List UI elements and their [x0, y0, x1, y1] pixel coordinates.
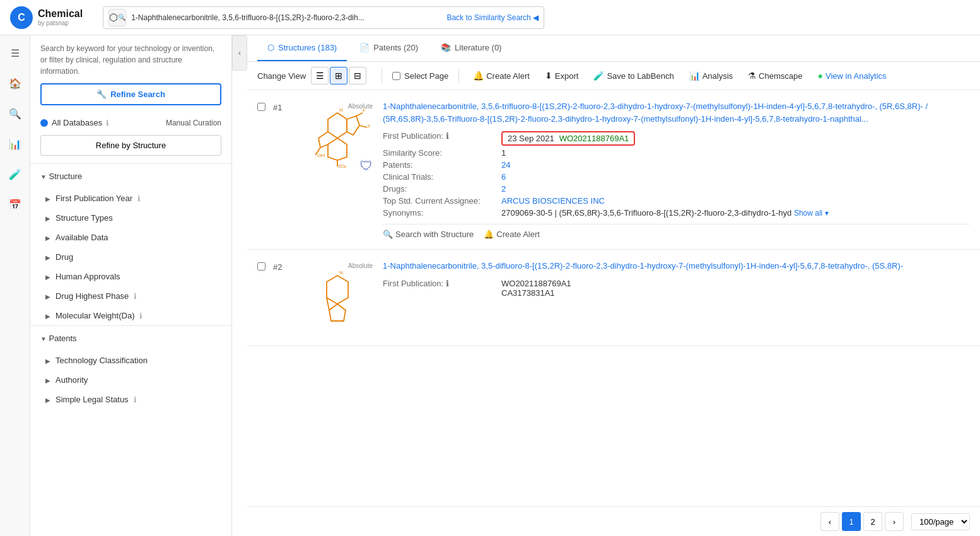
collapse-panel-button[interactable]: ‹ — [232, 35, 247, 71]
filter-authority[interactable]: Authority — [30, 370, 231, 390]
assignee-value-1[interactable]: ARCUS BIOSCIENCES INC — [501, 196, 970, 206]
per-page-select[interactable]: 100/page — [911, 513, 970, 530]
view-buttons: ☰ ⊞ ⊟ — [311, 67, 366, 84]
similarity-label-1: Similarity Score: — [383, 148, 496, 158]
molecule-icon: ⬡🔍 — [108, 9, 126, 26]
patents-value-1[interactable]: 24 — [501, 160, 970, 170]
search-with-structure-button-1[interactable]: 🔍 Search with Structure — [383, 230, 474, 239]
svg-line-4 — [318, 138, 320, 148]
pub-id-2a[interactable]: WO2021188769A1 — [501, 279, 571, 288]
brand-sub: by patsnap — [38, 20, 83, 27]
prev-page-button[interactable]: ‹ — [820, 512, 839, 531]
create-alert-button[interactable]: 🔔 Create Alert — [469, 68, 534, 83]
page-1-button[interactable]: 1 — [842, 512, 861, 531]
drug-highest-phase-info-icon[interactable]: ℹ — [134, 292, 137, 301]
export-button[interactable]: ⬇ Export — [541, 68, 583, 83]
filter-structure-types[interactable]: Structure Types — [30, 208, 231, 228]
refine-by-structure-button[interactable]: Refine by Structure — [40, 135, 221, 156]
select-page-checkbox[interactable]: Select Page — [392, 71, 448, 81]
filter-header: Search by keyword for your technology or… — [30, 35, 231, 113]
svg-text:OH: OH — [317, 153, 325, 158]
tab-literature[interactable]: 📚 Literature (0) — [431, 35, 511, 61]
table-row: #2 Absolute N 1-Naph — [247, 250, 980, 346]
patents-section-header[interactable]: Patents — [30, 326, 231, 351]
view-grid-button[interactable]: ⊞ — [330, 67, 347, 84]
filter-technology-classification[interactable]: Technology Classification — [30, 351, 231, 370]
svg-line-6 — [359, 125, 367, 127]
database-row: All Databases ℹ Manual Curation — [30, 113, 231, 132]
pub-date-1: 23 Sep 2021 — [508, 134, 554, 143]
result-1-title[interactable]: 1-Naphthalenecarbonitrile, 3,5,6-trifluo… — [383, 100, 970, 125]
show-all-synonyms-link[interactable]: Show all ▾ — [794, 209, 829, 218]
assignee-label-1: Top Std. Current Assignee: — [383, 196, 496, 206]
results-list: #1 Absolute — [247, 90, 980, 506]
select-page-input[interactable] — [392, 72, 400, 80]
svg-line-8 — [320, 144, 328, 148]
absolute-badge-2: Absolute — [348, 262, 373, 269]
first-pub-info-icon-2[interactable]: ℹ — [446, 279, 449, 288]
filter-first-pub-year[interactable]: First Publication Year ℹ — [30, 189, 231, 208]
chemscape-button[interactable]: ⚗ Chemscape — [744, 68, 806, 83]
nav-icon-flask[interactable]: 🧪 — [5, 164, 25, 184]
create-alert-button-1[interactable]: 🔔 Create Alert — [484, 230, 540, 239]
absolute-badge-1: Absolute — [348, 103, 373, 110]
nav-icon-chart[interactable]: 📊 — [5, 134, 25, 154]
pub-id-1[interactable]: WO2021188769A1 — [559, 134, 629, 143]
refine-search-button[interactable]: 🔧 Refine Search — [40, 83, 221, 105]
svg-marker-1 — [347, 116, 359, 135]
db-left: All Databases ℹ — [40, 118, 109, 127]
tab-patents[interactable]: 📄 Patents (20) — [349, 35, 428, 61]
first-pub-value-2: WO2021188769A1 CA3173831A1 — [501, 279, 970, 298]
search-query-text: 1-Naphthalenecarbonitrile, 3,5,6-trifluo… — [131, 13, 441, 22]
synonyms-label-1: Synonyms: — [383, 208, 496, 218]
drugs-value-1[interactable]: 2 — [501, 184, 970, 194]
tab-structures[interactable]: ⬡ Structures (183) — [257, 35, 347, 61]
db-name: All Databases — [52, 118, 102, 127]
nav-icon-search[interactable]: 🔍 — [5, 103, 25, 124]
result-1-number: #1 — [273, 103, 292, 112]
drugs-label-1: Drugs: — [383, 184, 496, 194]
result-1-actions: 🔍 Search with Structure 🔔 Create Alert — [383, 224, 970, 239]
filter-drug[interactable]: Drug — [30, 247, 231, 267]
view-tile-button[interactable]: ⊟ — [349, 67, 366, 84]
molecular-weight-info-icon[interactable]: ℹ — [139, 312, 143, 320]
content-area: ⬡ Structures (183) 📄 Patents (20) 📚 Lite… — [247, 35, 980, 536]
filter-available-data[interactable]: Available Data — [30, 228, 231, 247]
save-to-labbench-button[interactable]: 🧪 Save to LabBench — [590, 68, 677, 83]
first-pub-year-info-icon[interactable]: ℹ — [137, 194, 141, 203]
publication-box-1: 23 Sep 2021 WO2021188769A1 — [501, 131, 635, 146]
view-in-analytics-button[interactable]: ● View in Analytics — [814, 68, 890, 83]
result-2-title[interactable]: 1-Naphthalenecarbonitrile, 3,5-difluoro-… — [383, 260, 970, 272]
pub-id-2b[interactable]: CA3173831A1 — [501, 288, 555, 298]
simple-legal-status-info-icon[interactable]: ℹ — [134, 395, 137, 404]
first-pub-label-1: First Publication: ℹ — [383, 131, 496, 146]
filter-molecular-weight[interactable]: Molecular Weight(Da) ℹ — [30, 306, 231, 325]
result-1-checkbox[interactable] — [257, 103, 265, 111]
page-2-button[interactable]: 2 — [863, 512, 882, 531]
sub-chevron-icon — [45, 356, 50, 365]
tabs-row: ⬡ Structures (183) 📄 Patents (20) 📚 Lite… — [247, 35, 980, 62]
nav-icon-calendar[interactable]: 📅 — [5, 194, 25, 214]
structure-section: Structure First Publication Year ℹ Struc… — [30, 163, 231, 325]
view-list-button[interactable]: ☰ — [311, 67, 329, 84]
next-page-button[interactable]: › — [885, 512, 904, 531]
shield-icon-1: 🛡 — [360, 159, 373, 173]
sub-chevron-icon — [45, 194, 50, 203]
first-pub-info-icon-1[interactable]: ℹ — [446, 131, 449, 141]
analysis-button[interactable]: 📊 Analysis — [685, 68, 737, 83]
result-2-checkbox[interactable] — [257, 262, 265, 271]
clinical-trials-value-1[interactable]: 6 — [501, 172, 970, 182]
search-bar[interactable]: ⬡🔍 1-Naphthalenecarbonitrile, 3,5,6-trif… — [103, 6, 544, 29]
filter-simple-legal-status[interactable]: Simple Legal Status ℹ — [30, 390, 231, 409]
sub-chevron-icon — [45, 272, 50, 281]
refine-search-icon: 🔧 — [96, 90, 107, 99]
sub-chevron-icon — [45, 253, 50, 262]
toolbar-divider — [382, 68, 382, 83]
filter-human-approvals[interactable]: Human Approvals — [30, 267, 231, 286]
nav-icon-home[interactable]: 🏠 — [5, 73, 25, 93]
structure-section-header[interactable]: Structure — [30, 164, 231, 189]
nav-icon-menu[interactable]: ☰ — [5, 43, 25, 63]
filter-drug-highest-phase[interactable]: Drug Highest Phase ℹ — [30, 286, 231, 306]
back-to-similarity-search-link[interactable]: Back to Similarity Search ◀ — [446, 13, 539, 22]
db-info-icon[interactable]: ℹ — [106, 119, 109, 127]
